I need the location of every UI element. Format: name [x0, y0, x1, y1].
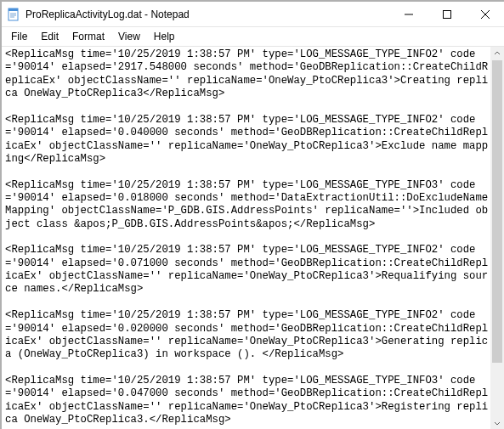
chevron-down-icon [494, 420, 501, 426]
text-content[interactable]: <ReplicaMsg time='10/25/2019 1:38:57 PM'… [2, 47, 490, 429]
menu-help[interactable]: Help [148, 29, 181, 44]
close-icon [481, 10, 490, 19]
minimize-icon [405, 10, 413, 19]
editor-area: <ReplicaMsg time='10/25/2019 1:38:57 PM'… [2, 47, 504, 429]
menu-edit[interactable]: Edit [35, 29, 65, 44]
window-title: ProReplicaActivityLog.dat - Notepad [25, 8, 389, 20]
maximize-button[interactable] [428, 2, 466, 26]
menu-bar: File Edit Format View Help [2, 27, 504, 47]
chevron-up-icon [494, 50, 501, 57]
vertical-scrollbar[interactable] [490, 47, 504, 429]
window-controls [389, 2, 504, 26]
notepad-icon [7, 8, 20, 21]
maximize-icon [443, 10, 451, 19]
title-bar: ProReplicaActivityLog.dat - Notepad [2, 2, 504, 27]
minimize-button[interactable] [389, 2, 428, 26]
scroll-thumb[interactable] [492, 60, 502, 363]
menu-format[interactable]: Format [66, 29, 110, 44]
svg-rect-6 [443, 10, 450, 18]
close-button[interactable] [466, 2, 504, 26]
scroll-down-button[interactable] [490, 416, 504, 429]
menu-view[interactable]: View [112, 29, 146, 44]
menu-file[interactable]: File [5, 29, 33, 44]
scroll-track[interactable] [490, 60, 504, 416]
scroll-up-button[interactable] [490, 47, 504, 60]
svg-rect-1 [8, 8, 18, 11]
